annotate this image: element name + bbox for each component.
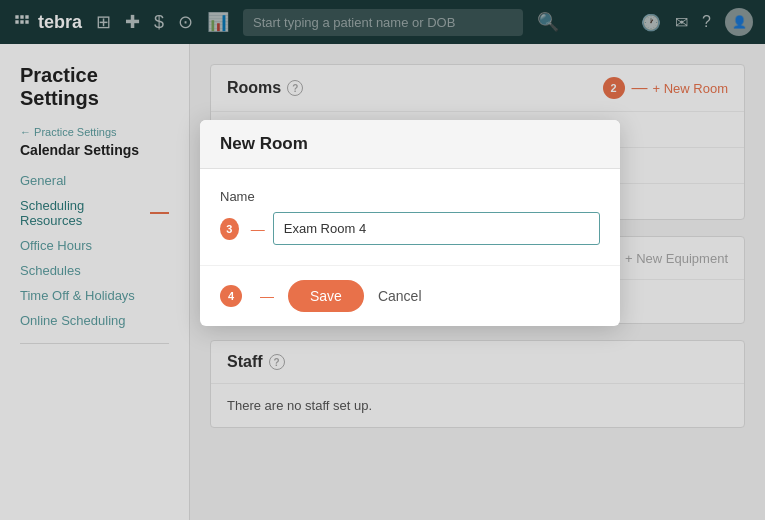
cancel-button[interactable]: Cancel (378, 288, 422, 304)
new-room-modal: New Room Name 3 — 4 — Save Cancel (200, 120, 620, 326)
modal-footer: 4 — Save Cancel (200, 265, 620, 326)
name-field-label: Name (220, 189, 600, 204)
modal-body: Name 3 — (200, 169, 620, 265)
step-3-indicator: 3 (220, 218, 239, 240)
save-button[interactable]: Save (288, 280, 364, 312)
room-name-input[interactable] (273, 212, 600, 245)
modal-title: New Room (200, 120, 620, 169)
modal-overlay[interactable]: New Room Name 3 — 4 — Save Cancel (0, 0, 765, 520)
step-4-indicator: 4 (220, 285, 242, 307)
